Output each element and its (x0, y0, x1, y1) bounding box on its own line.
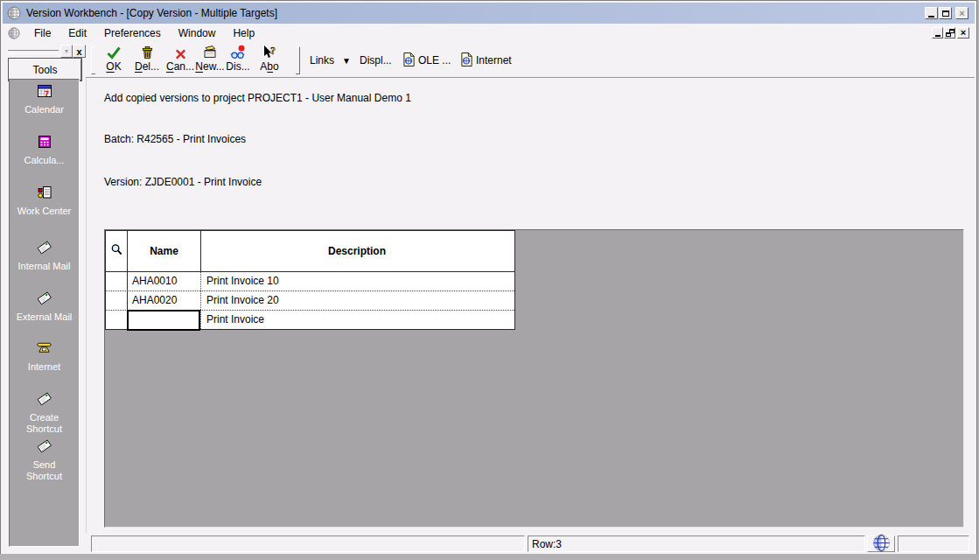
name-edit-input[interactable] (127, 310, 200, 331)
app-globe-icon (7, 6, 21, 20)
about-button[interactable]: ? Abo (254, 45, 285, 75)
form-area: Add copied versions to project PROJECT1 … (86, 78, 975, 533)
calendar-icon: 7 (37, 83, 52, 102)
search-icon (110, 243, 123, 259)
mdi-globe-icon[interactable] (8, 27, 20, 39)
links-dropdown-icon[interactable]: ▼ (342, 56, 351, 66)
name-cell-editing[interactable] (128, 311, 201, 329)
chevron-down-icon: ▾ (65, 47, 68, 55)
sidebar-item-create-shortcut[interactable]: Create Shortcut (10, 390, 79, 435)
row-selector[interactable] (106, 291, 128, 310)
internet-phone-icon (36, 340, 52, 360)
menu-preferences[interactable]: Preferences (95, 25, 170, 41)
maximize-button[interactable] (939, 7, 952, 19)
display-mode-button[interactable]: Displ... (360, 54, 392, 66)
row-selector[interactable] (106, 272, 128, 290)
globe-icon (872, 534, 891, 555)
description-cell[interactable]: Print Invoice 20 (201, 291, 513, 310)
toolbar-separator (296, 46, 300, 74)
grid-area: Name Description AHA0010 Print Invoice 1… (104, 229, 964, 528)
sidebar-item-label: Calcula... (17, 155, 73, 166)
delete-button[interactable]: Del... (131, 45, 163, 75)
toolbar: OK Del... Can... New... Dis... ? Abo Lin… (86, 42, 975, 78)
row-indicator: Row:3 (532, 538, 562, 550)
close-button[interactable]: × (955, 7, 969, 19)
status-message-panel (91, 536, 525, 552)
screen: Version Workbench - [Copy Version - Mult… (0, 0, 979, 560)
sidebar-item-internal-mail[interactable]: Internal Mail (10, 239, 79, 272)
menu-window[interactable]: Window (170, 25, 225, 41)
sidebar-item-calendar[interactable]: 7 Calendar (10, 83, 79, 116)
mdi-restore-icon (946, 29, 955, 37)
sidebar-close-button[interactable]: x (73, 45, 86, 58)
sidebar-item-label: External Mail (17, 312, 73, 323)
sidebar-item-label: Send Shortcut (17, 459, 73, 482)
ole-doc-icon[interactable] (402, 52, 416, 71)
menu-edit[interactable]: Edit (59, 25, 95, 41)
sidebar-item-label: Create Shortcut (17, 412, 73, 435)
exit-bar-sidebar: ▾ x Tools 7 Calendar Calcula... Work Cen… (3, 42, 86, 556)
toolbar-grip[interactable] (91, 46, 95, 74)
project-line: Add copied versions to project PROJECT1 … (104, 92, 411, 104)
description-column-header[interactable]: Description (201, 231, 513, 271)
sidebar-item-external-mail[interactable]: External Mail (10, 290, 79, 323)
table-row[interactable]: Print Invoice (106, 311, 514, 329)
tools-panel: 7 Calendar Calcula... Work Center Intern… (9, 79, 80, 547)
links-button[interactable]: Links (310, 54, 334, 66)
sidebar-item-label: Internet (17, 361, 73, 373)
name-cell[interactable]: AHA0010 (128, 272, 201, 290)
delete-trash-icon (140, 45, 155, 60)
close-icon: × (959, 9, 964, 18)
ok-button[interactable]: OK (98, 45, 129, 75)
svg-text:7: 7 (45, 89, 49, 98)
window-title: Version Workbench - [Copy Version - Mult… (26, 7, 277, 19)
sidebar-item-label: Calendar (17, 104, 73, 116)
mdi-minimize-icon (935, 35, 941, 37)
description-cell[interactable]: Print Invoice 10 (201, 272, 513, 290)
menu-help[interactable]: Help (224, 25, 263, 41)
sidebar-item-label: Work Center (17, 206, 73, 217)
cancel-x-icon (174, 45, 187, 60)
display-button[interactable]: Dis... (222, 45, 254, 75)
batch-line: Batch: R42565 - Print Invoices (104, 133, 246, 145)
mdi-close-button[interactable]: × (957, 27, 969, 38)
sidebar-item-send-shortcut[interactable]: Send Shortcut (10, 438, 79, 482)
table-row[interactable]: AHA0010 Print Invoice 10 (106, 272, 514, 291)
new-button[interactable]: New... (194, 45, 226, 75)
sidebar-slider[interactable] (8, 50, 59, 54)
versions-table: Name Description AHA0010 Print Invoice 1… (105, 230, 515, 330)
row-selector[interactable] (106, 311, 128, 329)
table-header-row: Name Description (106, 231, 514, 272)
menu-file[interactable]: File (25, 25, 59, 41)
cancel-button[interactable]: Can... (164, 45, 196, 75)
application-window: Version Workbench - [Copy Version - Mult… (0, 0, 977, 558)
sidebar-item-work-center[interactable]: Work Center (10, 185, 79, 217)
name-cell[interactable]: AHA0020 (128, 291, 201, 310)
create-shortcut-icon (36, 390, 52, 410)
row-selector-header[interactable] (106, 231, 128, 271)
ole-button[interactable]: OLE ... (418, 54, 451, 66)
name-column-header[interactable]: Name (128, 231, 201, 271)
mdi-minimize-button[interactable] (932, 27, 943, 38)
about-help-icon: ? (262, 45, 277, 60)
tools-header-button[interactable]: Tools (9, 59, 81, 80)
sidebar-item-internet[interactable]: Internet (10, 340, 79, 373)
send-shortcut-icon (36, 438, 52, 458)
title-bar[interactable]: Version Workbench - [Copy Version - Mult… (3, 3, 975, 24)
status-row-panel: Row:3 (528, 536, 865, 552)
external-mail-icon (36, 290, 52, 310)
table-row[interactable]: AHA0020 Print Invoice 20 (106, 291, 514, 311)
description-cell[interactable]: Print Invoice (201, 311, 513, 329)
svg-text:?: ? (270, 45, 276, 57)
connection-tile (867, 536, 895, 552)
internet-doc-icon[interactable] (460, 52, 473, 71)
calculator-icon (37, 134, 52, 153)
sidebar-item-calculator[interactable]: Calcula... (10, 134, 79, 166)
internet-button[interactable]: Internet (476, 54, 512, 66)
mdi-restore-button[interactable] (944, 27, 955, 38)
minimize-button[interactable] (925, 7, 938, 19)
maximize-icon (942, 10, 949, 17)
display-glasses-icon (230, 45, 246, 60)
mdi-close-icon: × (961, 28, 966, 38)
sidebar-dropdown-button[interactable]: ▾ (60, 45, 73, 58)
